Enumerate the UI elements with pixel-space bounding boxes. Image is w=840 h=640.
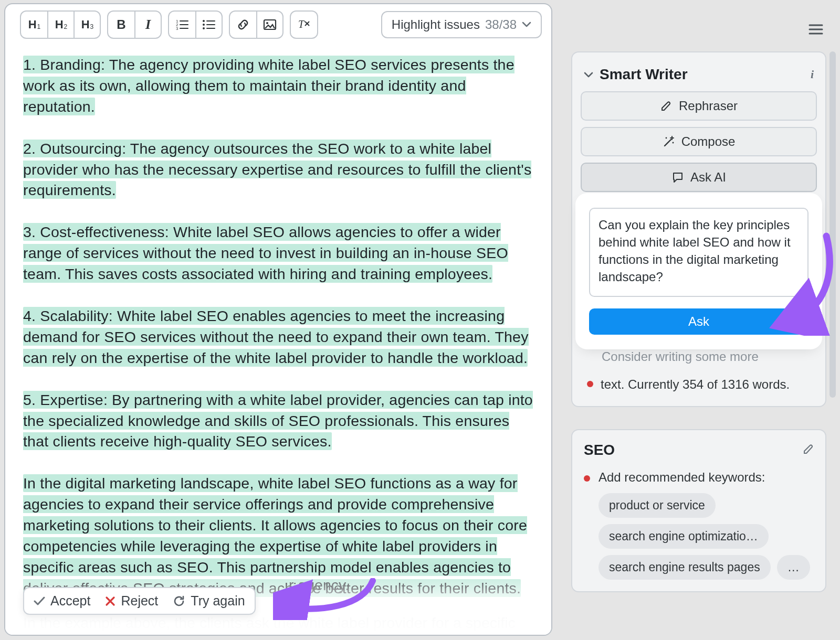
magic-icon <box>663 135 675 148</box>
rephraser-button[interactable]: Rephraser <box>581 91 817 121</box>
doc-p1: 1. Branding: The agency providing white … <box>23 56 514 115</box>
clear-format-button[interactable]: T <box>291 12 317 38</box>
clear-group: T <box>290 10 318 39</box>
editor-pane: H1 H2 H3 B I 123 <box>4 3 552 636</box>
image-button[interactable] <box>256 12 282 38</box>
link-icon <box>236 18 250 31</box>
accept-button[interactable]: Accept <box>34 593 90 609</box>
h1-button[interactable]: H1 <box>21 12 47 38</box>
seo-recommend-row: Add recommended keywords: <box>584 470 815 485</box>
keyword-chips: product or service search engine optimiz… <box>584 493 815 580</box>
document-content[interactable]: 1. Branding: The agency providing white … <box>5 45 551 625</box>
svg-point-21 <box>665 137 667 139</box>
compose-button[interactable]: Compose <box>581 127 817 156</box>
info-icon[interactable]: i <box>811 68 814 81</box>
svg-text:T: T <box>298 18 305 30</box>
ask-submit-label: Ask <box>688 314 709 329</box>
accept-label: Accept <box>50 593 90 609</box>
ask-ai-input[interactable]: Can you explain the key principles behin… <box>589 208 808 297</box>
doc-trailing-fragment: r agency. <box>289 577 349 594</box>
svg-point-10 <box>203 24 205 26</box>
scroll-thumb[interactable] <box>830 51 836 398</box>
insert-group <box>229 10 284 39</box>
suggestion-action-bar: Accept Reject Try again <box>23 587 256 615</box>
smart-writer-title: Smart Writer <box>600 66 688 83</box>
try-again-button[interactable]: Try again <box>173 593 245 609</box>
bold-button[interactable]: B <box>108 12 134 38</box>
doc-p4: 4. Scalability: White label SEO enables … <box>23 307 529 367</box>
clear-format-icon: T <box>297 18 311 31</box>
side-scrollbar[interactable] <box>830 51 836 482</box>
ask-ai-label: Ask AI <box>690 170 726 185</box>
italic-button[interactable]: I <box>134 12 161 38</box>
doc-p3: 3. Cost-effectiveness: White label SEO a… <box>23 223 508 283</box>
x-icon <box>105 596 116 606</box>
side-pane: Smart Writer i Rephraser Compose Ask AI … <box>564 3 836 636</box>
hamburger-icon <box>808 23 824 36</box>
chevron-down-icon <box>522 19 531 30</box>
chat-icon <box>671 171 684 184</box>
edit-seo-button[interactable] <box>802 443 815 457</box>
ask-prompt-text: Can you explain the key principles behin… <box>598 218 791 284</box>
svg-point-22 <box>672 142 674 144</box>
heading-group: H1 H2 H3 <box>20 10 101 39</box>
seo-title: SEO <box>584 442 615 458</box>
hint-truncated-top: Consider writing some more <box>581 349 817 364</box>
smart-writer-card: Smart Writer i Rephraser Compose Ask AI … <box>571 51 826 407</box>
image-icon <box>263 19 277 30</box>
compose-label: Compose <box>681 134 736 149</box>
keyword-chip[interactable]: product or service <box>598 493 716 518</box>
chevron-down-icon <box>584 69 593 81</box>
keyword-chip[interactable]: search engine results pages <box>598 555 771 580</box>
ask-ai-button[interactable]: Ask AI <box>581 163 817 192</box>
word-count-hint: text. Currently 354 of 1316 words. <box>581 372 817 398</box>
style-group: B I <box>107 10 162 39</box>
editor-body[interactable]: 1. Branding: The agency providing white … <box>5 45 551 635</box>
svg-text:3: 3 <box>176 26 178 30</box>
highlight-label: Highlight issues <box>392 17 480 32</box>
status-dot-icon <box>587 381 593 387</box>
ordered-list-icon: 123 <box>175 19 189 30</box>
hint-text: text. Currently 354 of 1316 words. <box>601 376 790 393</box>
list-group: 123 <box>168 10 223 39</box>
keyword-chip[interactable]: search engine optimizatio… <box>598 524 769 549</box>
unordered-list-button[interactable] <box>195 12 222 38</box>
check-icon <box>34 596 45 606</box>
try-again-label: Try again <box>191 593 245 609</box>
seo-recommend-label: Add recommended keywords: <box>598 470 765 485</box>
h3-button[interactable]: H3 <box>74 12 100 38</box>
ask-ai-panel: Can you explain the key principles behin… <box>581 198 817 344</box>
unordered-list-icon <box>202 19 216 30</box>
pencil-icon <box>802 443 815 455</box>
refresh-icon <box>173 595 185 607</box>
seo-card: SEO Add recommended keywords: product or… <box>571 429 826 592</box>
h2-button[interactable]: H2 <box>47 12 74 38</box>
doc-p5: 5. Expertise: By partnering with a white… <box>23 391 533 451</box>
reject-button[interactable]: Reject <box>105 593 158 609</box>
status-dot-icon <box>584 475 590 482</box>
rephraser-label: Rephraser <box>679 99 738 113</box>
smart-writer-header[interactable]: Smart Writer i <box>581 63 817 91</box>
doc-p6: In the digital marketing landscape, whit… <box>23 474 527 596</box>
ask-submit-button[interactable]: Ask <box>589 308 808 335</box>
edit-icon <box>660 100 673 112</box>
link-button[interactable] <box>230 12 256 38</box>
svg-point-11 <box>203 27 205 29</box>
svg-point-13 <box>266 22 268 24</box>
keyword-chip-more[interactable]: … <box>777 555 810 580</box>
ordered-list-button[interactable]: 123 <box>169 12 195 38</box>
svg-point-9 <box>203 20 205 22</box>
editor-toolbar: H1 H2 H3 B I 123 <box>5 4 551 45</box>
highlight-issues-toggle[interactable]: Highlight issues 38/38 <box>381 11 542 38</box>
doc-p2: 2. Outsourcing: The agency outsources th… <box>23 140 531 199</box>
highlight-count: 38/38 <box>485 17 517 32</box>
doc-trailing-bottom: In the example above, the clients ask th… <box>23 614 536 632</box>
reject-label: Reject <box>121 593 158 609</box>
menu-button[interactable] <box>804 18 827 41</box>
